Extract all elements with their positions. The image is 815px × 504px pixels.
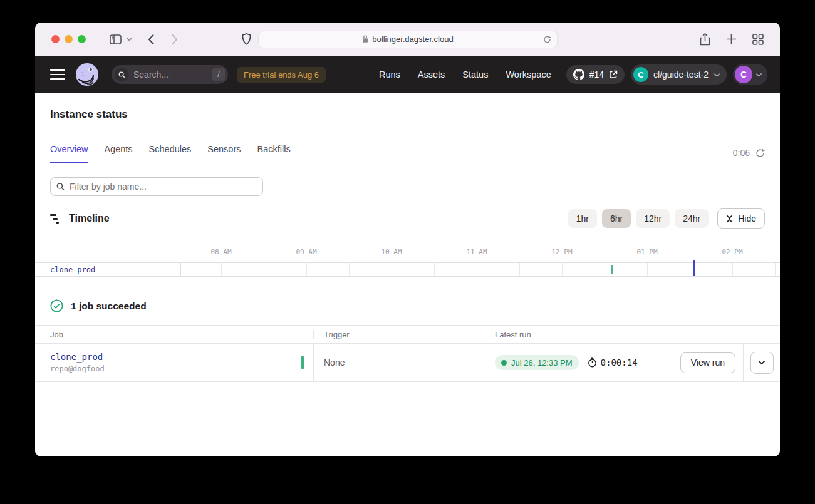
forward-icon[interactable] [171, 34, 178, 45]
timeline-gridline [434, 263, 435, 276]
filter-field-wrap [35, 163, 278, 196]
nav-item-runs[interactable]: Runs [379, 69, 400, 80]
timeline-gridline [264, 263, 264, 276]
address-bar[interactable]: bollinger.dagster.cloud [258, 31, 558, 48]
summary-text: 1 job succeeded [71, 301, 147, 312]
github-icon [573, 69, 584, 80]
nav-item-assets[interactable]: Assets [418, 69, 445, 80]
timeline-gridline [562, 263, 563, 276]
tab-schedules[interactable]: Schedules [149, 144, 192, 163]
menu-icon[interactable] [50, 69, 65, 80]
timeline-header: Timeline 1hr 6hr 12hr 24hr Hide [50, 208, 765, 229]
search-icon [115, 68, 128, 81]
shield-icon[interactable] [242, 33, 251, 45]
refresh-countdown: 0:06 [733, 148, 750, 158]
external-link-icon [609, 70, 618, 79]
range-button-12hr[interactable]: 12hr [636, 209, 670, 228]
refresh-icon[interactable] [755, 148, 765, 158]
column-header-trigger: Trigger [313, 330, 487, 339]
github-version-label: #14 [589, 69, 604, 80]
chevron-down-icon [758, 360, 766, 365]
tab-sensors[interactable]: Sensors [207, 144, 241, 163]
stopwatch-icon [588, 357, 597, 368]
url-text: bollinger.dagster.cloud [372, 34, 453, 44]
timeline-lane-label[interactable]: clone_prod [35, 263, 181, 276]
timeline-gridline [690, 263, 690, 276]
search-placeholder: Search... [133, 69, 169, 80]
job-link[interactable]: clone_prod [50, 352, 103, 362]
github-version-pill[interactable]: #14 [566, 65, 625, 84]
timeline-title: Timeline [69, 213, 110, 224]
reload-icon[interactable] [543, 35, 551, 43]
trigger-value: None [324, 357, 345, 368]
sidebar-chevron-down-icon[interactable] [126, 37, 133, 41]
deployment-avatar: C [633, 67, 648, 82]
search-input[interactable]: Search... / [112, 65, 228, 84]
search-shortcut-key: / [212, 68, 225, 81]
page-content: Instance status Overview Agents Schedule… [35, 93, 780, 456]
check-circle-icon [50, 299, 63, 312]
app-navbar: Search... / Free trial ends Aug 6 Runs A… [35, 56, 780, 93]
table-row: clone_prod repo@dogfood None Jul 26, 12:… [35, 344, 780, 382]
back-icon[interactable] [148, 34, 155, 45]
chevron-down-icon [714, 73, 720, 77]
trial-badge: Free trial ends Aug 6 [237, 67, 326, 83]
timeline-gridline [775, 263, 776, 276]
timeline-gridline [732, 263, 733, 276]
axis-tick: 09 AM [296, 248, 316, 256]
sidebar-toggle-icon[interactable] [110, 34, 122, 44]
timeline-run-tick[interactable] [611, 265, 613, 274]
timeline-lane: clone_prod [35, 262, 780, 277]
column-header-latest-run: Latest run [487, 330, 743, 339]
timeline-gridline [477, 263, 477, 276]
axis-tick: 02 PM [722, 248, 742, 256]
axis-tick: 12 PM [551, 248, 572, 256]
view-run-button[interactable]: View run [680, 352, 735, 373]
timeline-gridline [306, 263, 307, 276]
timeline-now-line [693, 260, 695, 276]
nav-item-workspace[interactable]: Workspace [506, 69, 551, 80]
hide-timeline-button[interactable]: Hide [717, 208, 765, 229]
tab-overview-icon[interactable] [752, 33, 764, 46]
row-actions-button[interactable] [750, 352, 774, 374]
axis-tick: 10 AM [381, 248, 402, 256]
tab-bar: Overview Agents Schedules Sensors Backfi… [35, 144, 780, 163]
close-window-button[interactable] [51, 35, 60, 43]
range-button-1hr[interactable]: 1hr [568, 209, 597, 228]
range-button-24hr[interactable]: 24hr [675, 209, 709, 228]
dagster-logo[interactable] [75, 63, 99, 86]
job-run-sparkline[interactable] [301, 356, 304, 369]
timeline-gridline [647, 263, 648, 276]
tab-overview[interactable]: Overview [50, 144, 88, 163]
share-icon[interactable] [700, 33, 710, 46]
timeline-gridline [605, 263, 605, 276]
nav-item-status[interactable]: Status [462, 69, 488, 80]
user-avatar: C [735, 66, 752, 83]
new-tab-icon[interactable] [726, 33, 737, 46]
timeline-gridline [519, 263, 520, 276]
tab-backfills[interactable]: Backfills [257, 144, 291, 163]
run-status-dot [501, 360, 507, 366]
jobs-table: Job Trigger Latest run clone_prod repo@d… [35, 325, 780, 382]
axis-tick: 08 AM [210, 248, 231, 256]
browser-window: bollinger.dagster.cloud [35, 23, 780, 456]
axis-tick: 01 PM [636, 248, 657, 256]
primary-nav: Runs Assets Status Workspace [379, 69, 551, 80]
deployment-switcher[interactable]: C cl/guide-test-2 [631, 64, 727, 85]
timeline-gridline [221, 263, 222, 276]
latest-run-badge[interactable]: Jul 26, 12:33 PM [495, 355, 579, 370]
job-filter-input[interactable] [50, 177, 263, 196]
minimize-window-button[interactable] [65, 35, 73, 43]
zoom-window-button[interactable] [78, 35, 86, 43]
timeline-icon [50, 214, 61, 224]
latest-run-time: Jul 26, 12:33 PM [511, 358, 573, 368]
timeline-gridline [349, 263, 350, 276]
timeline-gridline [392, 263, 392, 276]
range-button-6hr[interactable]: 6hr [602, 209, 631, 228]
user-menu[interactable]: C [733, 64, 767, 85]
tab-agents[interactable]: Agents [104, 144, 132, 163]
table-header-row: Job Trigger Latest run [35, 326, 780, 344]
page-title: Instance status [35, 93, 780, 121]
run-duration: 0:00:14 [601, 357, 638, 368]
jobs-summary: 1 job succeeded [50, 299, 765, 312]
